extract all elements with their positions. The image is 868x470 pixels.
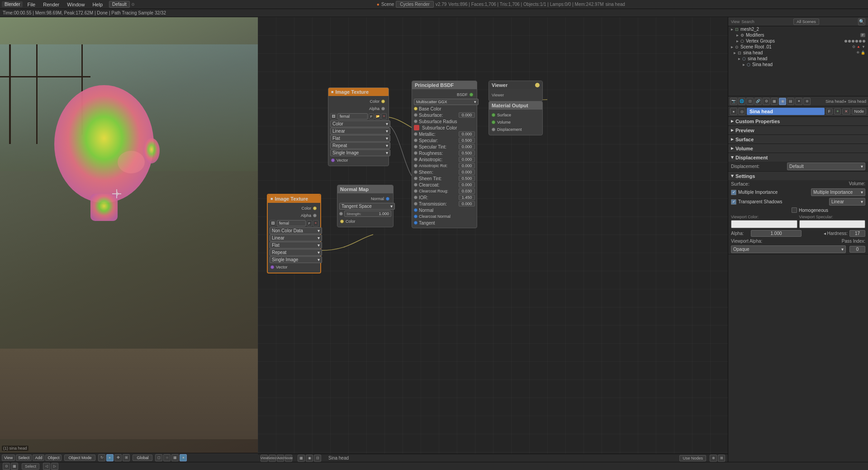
bsdf-sheen-in[interactable] — [414, 170, 417, 174]
transparent-shadows-dropdown[interactable]: Linear ▾ — [829, 198, 865, 206]
hardness-field[interactable]: 17 — [849, 230, 865, 237]
img1-extension[interactable]: Repeat ▾ — [330, 142, 390, 149]
bsdf-anisotropic-rot-in[interactable] — [414, 164, 417, 168]
matout-surface-in[interactable] — [492, 113, 495, 117]
node-icon-1[interactable]: ▦ — [298, 455, 305, 462]
bsdf-tangent-in[interactable] — [414, 221, 417, 225]
img1-interpolation[interactable]: Linear ▾ — [330, 128, 390, 134]
bsdf-basecolor-in[interactable] — [414, 107, 417, 110]
img1-file-field[interactable]: femal — [337, 113, 368, 120]
outliner-scene-selector[interactable]: All Scenes — [793, 19, 819, 25]
mat-world-icon[interactable]: 🌐 — [738, 98, 745, 105]
img2-file-field[interactable]: femal — [277, 220, 306, 226]
img1-preview-icon[interactable]: 🖼 — [330, 113, 337, 120]
bottom-icon-1[interactable]: ⊙ — [3, 463, 10, 470]
render-engine-selector[interactable]: Cycles Render — [396, 1, 434, 8]
bsdf-sheentint-in[interactable] — [414, 177, 417, 180]
normalmap-strength[interactable]: Strength: 1.000 — [344, 211, 391, 217]
mat-f-btn[interactable]: F — [826, 108, 833, 115]
viewport-alpha-dropdown[interactable]: Opaque ▾ — [731, 245, 846, 253]
outliner-item-sceneroot[interactable]: ▸ ⊙ Scene Root .01 ⚙ 🔺 ▼ — [728, 44, 868, 50]
matout-volume-in[interactable] — [492, 120, 495, 124]
settings-header[interactable]: Settings — [728, 172, 868, 180]
mat-particles-icon[interactable]: ✦ — [795, 98, 802, 105]
node-add-btn[interactable]: Add — [277, 455, 284, 462]
preview-header[interactable]: Preview — [728, 126, 868, 134]
solid-icon[interactable]: ○ — [163, 454, 171, 461]
outliner-item-sinahead1[interactable]: ▸ ⊡ sina head 👁 🔒 — [728, 50, 868, 56]
mat-texture-icon[interactable]: ▤ — [787, 98, 794, 105]
img2-file-btn[interactable]: F — [307, 220, 312, 226]
bsdf-clearcoatroug-in[interactable] — [414, 189, 417, 193]
bsdf-anisotropic-in[interactable] — [414, 158, 417, 161]
img2-colorspace[interactable]: Non Color Data ▾ — [270, 227, 322, 234]
img1-colorspace[interactable]: Color ▾ — [330, 120, 390, 127]
img2-vector-in[interactable] — [270, 265, 274, 269]
menu-window[interactable]: Window — [63, 1, 88, 8]
img2-color-out[interactable] — [313, 206, 317, 210]
bsdf-specular-in[interactable] — [414, 139, 417, 142]
bsdf-distribution[interactable]: Multiscatter GGX ▾ — [414, 99, 479, 105]
alpha-field[interactable]: 1.000 — [751, 230, 802, 237]
global-selector[interactable]: Global — [133, 455, 152, 461]
img2-interpolation[interactable]: Linear ▾ — [270, 235, 322, 241]
menu-file[interactable]: File — [24, 1, 39, 8]
homogeneous-cb[interactable] — [792, 207, 797, 213]
node-view-btn[interactable]: View — [261, 455, 268, 462]
mat-material-icon[interactable]: ◉ — [779, 98, 786, 105]
bottom-nav-1[interactable]: ◁ — [43, 463, 50, 470]
img1-vector-in[interactable] — [331, 158, 335, 162]
rotate-icon[interactable]: ↻ — [98, 454, 105, 461]
move-icon[interactable]: ✥ — [114, 454, 122, 461]
menu-help[interactable]: Help — [89, 1, 106, 8]
pass-index-field[interactable]: 0 — [849, 246, 865, 253]
mat-modifier-icon[interactable]: ⚙ — [763, 98, 770, 105]
multiple-importance-cb[interactable] — [731, 190, 736, 195]
wireframe-icon[interactable]: ◻ — [155, 454, 162, 461]
normalmap-fac-in[interactable] — [339, 212, 343, 216]
displacement-dropdown[interactable]: Default ▾ — [787, 163, 865, 170]
material-output-node[interactable]: Material Output Surface Volume Displacem… — [489, 101, 543, 135]
img1-alpha-out[interactable] — [381, 107, 385, 110]
img1-color-out[interactable] — [381, 100, 385, 103]
bsdf-clearcoat-in[interactable] — [414, 183, 417, 187]
outliner-item-mesh2[interactable]: ▸ ⊡ mesh2_2 — [728, 26, 868, 32]
viewer-socket[interactable] — [535, 83, 540, 87]
node-icon-2[interactable]: ◉ — [306, 455, 313, 462]
normalmap-space[interactable]: Tangent Space ▾ — [339, 203, 395, 210]
vp-view-btn[interactable]: View — [2, 455, 15, 461]
img1-close-btn[interactable]: ✕ — [381, 113, 387, 120]
bsdf-subsurface-radius-in[interactable] — [414, 120, 417, 123]
mat-physics-icon[interactable]: ⊛ — [803, 98, 811, 105]
node-select-btn[interactable]: Select — [269, 455, 276, 462]
bottom-nav-2[interactable]: ▷ — [51, 463, 58, 470]
img2-projection[interactable]: Flat ▾ — [270, 242, 322, 249]
mat-object-icon[interactable]: ⊡ — [746, 98, 754, 105]
mode-selector[interactable]: Object Mode — [64, 455, 95, 461]
mat-data-icon[interactable]: ▦ — [771, 98, 778, 105]
vp-add-btn[interactable]: Add — [33, 455, 44, 461]
use-nodes-btn[interactable]: Use Nodes — [679, 455, 706, 461]
img1-projection[interactable]: Flat ▾ — [330, 135, 390, 142]
menu-render[interactable]: Render — [39, 1, 63, 8]
bsdf-metallic-in[interactable] — [414, 132, 417, 136]
viewport-specular-swatch[interactable] — [799, 220, 866, 228]
img2-preview-icon[interactable]: 🖼 — [270, 220, 276, 226]
mat-add-btn[interactable]: + — [834, 108, 841, 115]
mat-camera-icon[interactable]: 📷 — [730, 98, 737, 105]
img2-alpha-out[interactable] — [313, 214, 317, 217]
bsdf-speculartint-in[interactable] — [414, 145, 417, 149]
node-node-btn[interactable]: Node — [285, 455, 292, 462]
viewer-node[interactable]: Viewer Viewer — [489, 81, 543, 101]
scale-icon[interactable]: ⊞ — [123, 454, 130, 461]
bsdf-clearcoat-normal-in[interactable] — [414, 215, 417, 218]
bsdf-ior-in[interactable] — [414, 196, 417, 199]
app-logo[interactable]: Blender — [2, 1, 23, 7]
volume-header[interactable]: Volume — [728, 144, 868, 153]
principled-bsdf-node[interactable]: Principled BSDF BSDF Multiscatter GGX ▾ … — [412, 81, 477, 228]
img2-extension[interactable]: Repeat ▾ — [270, 249, 322, 256]
select-icon[interactable]: ▸ — [106, 454, 114, 461]
normalmap-color-in[interactable] — [340, 220, 344, 223]
node-icon-3[interactable]: ⊡ — [314, 455, 321, 462]
bsdf-transmission-in[interactable] — [414, 202, 417, 206]
